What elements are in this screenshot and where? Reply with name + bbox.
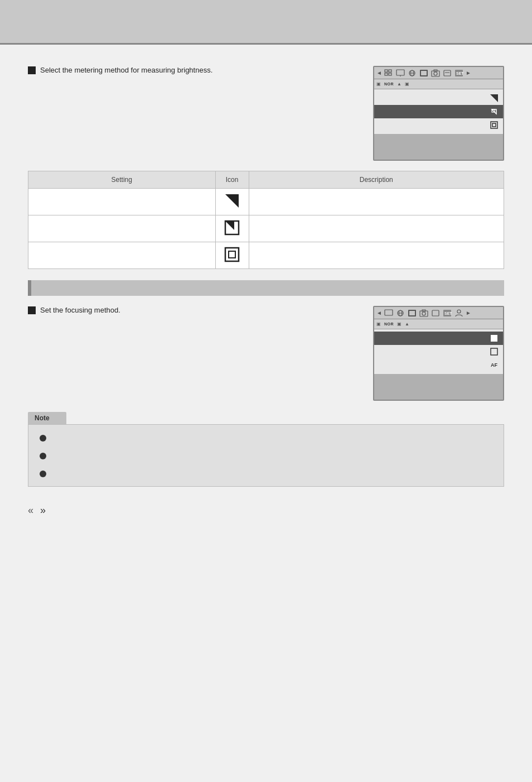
section-one: Select the metering method for measuring… <box>28 66 504 161</box>
cam1-left-arrow[interactable]: ◄ <box>376 70 382 76</box>
cam1-icon-frame[interactable] <box>419 69 429 78</box>
svg-point-36 <box>422 312 425 315</box>
cam2-screen-icon: ▣ <box>376 322 381 327</box>
svg-rect-29 <box>385 310 393 315</box>
cam2-menu-row-2[interactable] <box>374 345 503 358</box>
section-marker-1 <box>28 66 36 74</box>
cam2-submenu-bar: ▣ NOR ▣ ▲ <box>374 319 503 329</box>
svg-point-12 <box>434 72 437 75</box>
table-row3-setting <box>28 242 216 269</box>
section-two-title: Set the focusing method. <box>28 306 356 314</box>
svg-rect-10 <box>421 71 427 75</box>
note-item-3 <box>40 469 492 477</box>
svg-rect-2 <box>385 73 388 75</box>
camera-panel-1: ◄ <box>373 66 504 161</box>
cam2-menu-row-3[interactable]: AF <box>374 358 503 372</box>
cam2-icon-camera[interactable] <box>419 309 429 318</box>
table-row3-description <box>249 242 504 269</box>
cam1-menu-row-1[interactable] <box>374 92 503 105</box>
note-body <box>28 424 504 487</box>
cam1-icon-camera[interactable] <box>431 69 441 78</box>
table-row3-icon-cell <box>215 242 249 269</box>
svg-rect-23 <box>492 123 496 127</box>
next-button[interactable]: » <box>40 505 46 516</box>
svg-rect-0 <box>385 70 388 72</box>
cam1-row3-icon <box>490 121 499 129</box>
table-row-2 <box>28 215 504 242</box>
cam2-arrow-up: ▲ <box>405 322 409 327</box>
table-header-description: Description <box>249 171 504 189</box>
note-item-1 <box>40 434 492 442</box>
cam2-menu-body: AF <box>374 329 503 374</box>
cam1-arrow-up: ▲ <box>397 81 402 87</box>
cam2-af-label: AF <box>491 362 497 368</box>
section-one-text: Select the metering method for measuring… <box>28 66 373 80</box>
cam2-nor-label: NOR <box>384 322 394 326</box>
cam2-menu-row-1[interactable] <box>374 332 503 345</box>
cam2-icon-card[interactable] <box>431 309 441 318</box>
cam2-left-arrow[interactable]: ◄ <box>376 310 382 316</box>
cam2-icon-person[interactable] <box>454 309 464 318</box>
svg-rect-42 <box>491 335 497 342</box>
table-row1-description <box>249 189 504 215</box>
note-section: Note <box>28 412 504 487</box>
table-row2-setting <box>28 215 216 242</box>
cam2-row2-icon <box>490 347 499 356</box>
svg-rect-27 <box>225 248 239 261</box>
cam1-nor-label: NOR <box>384 82 394 86</box>
table-row2-icon-cell <box>215 215 249 242</box>
cam1-icon-globe[interactable] <box>407 69 417 78</box>
svg-rect-1 <box>389 70 391 72</box>
svg-rect-43 <box>491 348 497 355</box>
cam1-submenu-bar: ▣ NOR ▲ ▣ <box>374 79 503 89</box>
cam1-icon-grid[interactable] <box>384 69 394 78</box>
mode-table: Setting Icon Description <box>28 171 504 269</box>
table-row1-icon-cell <box>215 189 249 215</box>
table-row2-description <box>249 215 504 242</box>
cam1-icon-screen[interactable] <box>395 69 405 78</box>
note-bullet-2 <box>40 453 46 459</box>
cam1-menu-row-2[interactable] <box>374 105 503 118</box>
cam2-icon-frame[interactable] <box>407 309 417 318</box>
table-row-3 <box>28 242 504 269</box>
section-one-title: Select the metering method for measuring… <box>28 66 356 74</box>
cam2-icon-set[interactable]: SET <box>442 309 452 318</box>
cam2-icon-globe[interactable] <box>395 309 405 318</box>
section-marker-2 <box>28 306 36 314</box>
svg-rect-34 <box>409 311 415 315</box>
cam1-icon-set[interactable]: SET <box>454 69 464 78</box>
svg-point-41 <box>457 310 461 313</box>
svg-marker-24 <box>225 194 239 208</box>
camera-panel-2: ◄ <box>373 306 504 401</box>
top-header <box>0 0 532 45</box>
cam1-card-icon: ▣ <box>405 81 409 87</box>
cam1-screen-icon: ▣ <box>376 81 381 87</box>
table-row-1 <box>28 189 504 215</box>
main-content: Select the metering method for measuring… <box>0 45 532 498</box>
svg-text:SET: SET <box>456 71 463 75</box>
cam1-toolbar: ◄ <box>374 67 503 79</box>
section-divider <box>28 280 504 296</box>
cam1-row2-icon <box>490 107 499 116</box>
table-row2-icon <box>224 220 240 236</box>
prev-button[interactable]: « <box>28 505 33 516</box>
bottom-nav: « » <box>0 498 532 523</box>
table-row1-setting <box>28 189 216 215</box>
cam2-row3-af: AF <box>490 361 499 370</box>
table-header-icon: Icon <box>215 171 249 189</box>
cam2-right-arrow[interactable]: ► <box>466 310 471 316</box>
table-row3-icon <box>224 247 240 262</box>
svg-rect-3 <box>389 73 391 75</box>
cam1-menu-body <box>374 89 503 134</box>
cam2-toolbar: ◄ <box>374 307 503 319</box>
cam1-icon-card[interactable] <box>442 69 452 78</box>
cam1-right-arrow[interactable]: ► <box>466 70 471 76</box>
svg-rect-14 <box>444 70 451 76</box>
svg-text:SET: SET <box>444 311 452 315</box>
section-two-description: Set the focusing method. <box>40 306 120 314</box>
cam1-menu-row-3[interactable] <box>374 118 503 132</box>
cam2-row1-icon <box>490 334 499 343</box>
section-two-text: Set the focusing method. <box>28 306 373 320</box>
cam2-icon-screen[interactable] <box>384 309 394 318</box>
note-bullet-3 <box>40 471 46 477</box>
